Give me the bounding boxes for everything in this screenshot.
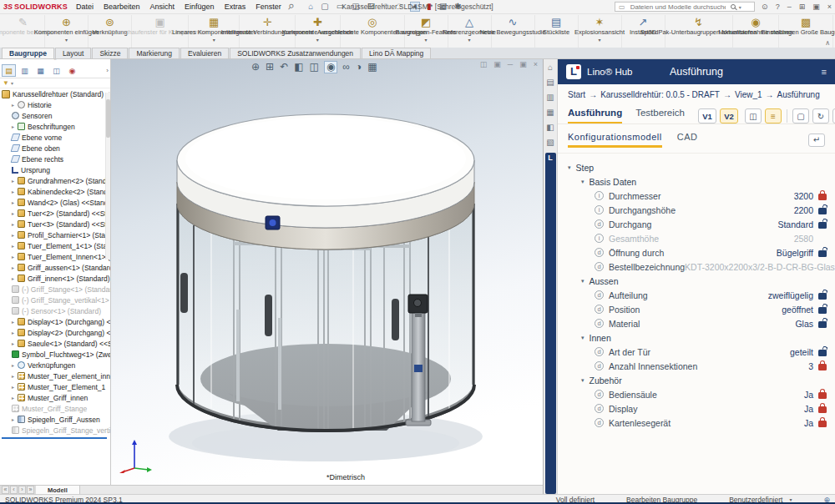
expand-arrow-icon[interactable] bbox=[12, 102, 18, 108]
tree-item[interactable]: Muster_Griff_Stange bbox=[0, 403, 110, 414]
ribbon-button[interactable]: Baugruppen-Features ▾ bbox=[405, 15, 448, 48]
command-tab[interactable]: Markierung bbox=[129, 48, 180, 58]
config-row[interactable]: d Bediensäule Ja bbox=[561, 387, 827, 401]
tree-item[interactable]: Saeule<1> (Standard) <<Standard> bbox=[0, 338, 110, 349]
lino-tab[interactable]: Ausführung bbox=[568, 108, 622, 124]
tree-item[interactable]: Verknüpfungen bbox=[0, 360, 110, 370]
tree-item[interactable]: Historie bbox=[0, 99, 110, 110]
config-row[interactable]: d Bestellbezeichnung KDT-3200x2200x3/2-B… bbox=[561, 260, 827, 274]
menu-item[interactable]: Extras bbox=[225, 3, 246, 11]
tree-scrollbar[interactable] bbox=[105, 93, 110, 260]
quick-access-button[interactable] bbox=[382, 3, 388, 11]
config-row-value[interactable]: 2200 bbox=[794, 205, 813, 215]
search-box[interactable]: ▭ ▾ bbox=[615, 2, 755, 12]
window-button[interactable] bbox=[787, 3, 792, 11]
return-button[interactable] bbox=[808, 134, 825, 147]
tree-item[interactable]: Ebene oben bbox=[0, 143, 110, 154]
config-row[interactable]: d Kartenlesegerät Ja bbox=[561, 416, 827, 430]
hud-button[interactable] bbox=[342, 62, 350, 73]
config-row[interactable]: i Durchgangshöhe 2200 bbox=[561, 203, 827, 217]
tree-filter[interactable]: ▼ ▾ bbox=[0, 78, 110, 88]
tree-item[interactable]: Griff_innen<1> (Standard) <<Standa bbox=[0, 273, 110, 284]
window-button[interactable] bbox=[776, 3, 780, 11]
expand-arrow-icon[interactable] bbox=[12, 199, 18, 205]
model-tab[interactable]: Modell bbox=[36, 486, 80, 494]
expand-arrow-icon[interactable] bbox=[12, 254, 18, 260]
tree-item[interactable]: Ebene vorne bbox=[0, 132, 110, 143]
menu-item[interactable]: Einfügen bbox=[185, 3, 215, 11]
tree-item[interactable]: Grundrahmen<2> (Standard) <<Sta bbox=[0, 175, 110, 186]
command-tab[interactable]: Skizze bbox=[92, 48, 128, 58]
expand-arrow-icon[interactable] bbox=[12, 178, 18, 184]
command-tab[interactable]: Evaluieren bbox=[180, 48, 229, 58]
menu-item[interactable]: Bearbeiten bbox=[104, 3, 140, 11]
config-row[interactable]: Zubehör bbox=[561, 373, 827, 387]
doc-window-button[interactable] bbox=[493, 60, 501, 68]
tree-item[interactable]: Beschriftungen bbox=[0, 121, 110, 132]
lino-subtab[interactable]: Konfigurationsmodell bbox=[568, 132, 662, 148]
config-row-value[interactable]: zweiflügelig bbox=[768, 290, 813, 300]
quick-access-button[interactable] bbox=[439, 3, 447, 11]
tab-nav-button[interactable] bbox=[10, 486, 18, 494]
quick-access-button[interactable] bbox=[454, 3, 461, 11]
config-row[interactable]: d Position geöffnet bbox=[561, 302, 827, 316]
collapse-caret-icon[interactable] bbox=[581, 278, 584, 285]
tree-item[interactable]: Kabinendecke<2> (Standard) <<Sta bbox=[0, 186, 110, 197]
lino-tab[interactable]: Testbereich bbox=[635, 108, 685, 124]
view-mode-button[interactable] bbox=[745, 108, 762, 123]
config-row[interactable]: d Anzahl Innensektionen 3 bbox=[561, 359, 827, 373]
pin-icon[interactable]: ⚲ bbox=[286, 2, 295, 12]
expand-arrow-icon[interactable] bbox=[12, 243, 18, 249]
lino-subtab[interactable]: CAD bbox=[677, 132, 698, 148]
quick-access-button[interactable] bbox=[396, 3, 402, 11]
search-input[interactable] bbox=[629, 3, 727, 12]
config-row[interactable]: d Display Ja bbox=[561, 401, 827, 416]
tree-item[interactable]: Ebene rechts bbox=[0, 154, 110, 164]
config-row-value[interactable]: 2580 bbox=[794, 234, 813, 244]
config-row[interactable]: d Material Glas bbox=[561, 316, 827, 330]
breadcrumb-item[interactable]: Karusselldrehtür: 0.0.5 - DRAFT bbox=[600, 90, 720, 99]
expand-arrow-icon[interactable] bbox=[12, 275, 18, 281]
lino-hub-tab-icon[interactable]: L bbox=[545, 153, 556, 494]
config-row[interactable]: d Aufteilung zweiflügelig bbox=[561, 288, 827, 302]
tree-item[interactable]: Symbol_Fluchtweg<1> (Zweifach_Fl bbox=[0, 349, 110, 360]
expand-arrow-icon[interactable] bbox=[12, 123, 18, 129]
config-row[interactable]: d Durchgang Standard bbox=[561, 217, 827, 231]
tree-item[interactable]: Muster_Griff_innen bbox=[0, 392, 110, 403]
tree-item[interactable]: (-) Griff_Stange_vertikal<1> (Standa bbox=[0, 295, 110, 305]
expand-arrow-icon[interactable] bbox=[12, 384, 18, 390]
task-pane-tab-icon[interactable] bbox=[548, 63, 553, 72]
config-row[interactable]: Innen bbox=[561, 330, 827, 345]
breadcrumb-item[interactable]: Ausführung bbox=[777, 90, 820, 99]
hud-button[interactable] bbox=[367, 62, 377, 73]
ribbon-button[interactable]: Neue Bewegungsstudie bbox=[492, 15, 535, 48]
ribbon-button[interactable]: Explosionsansicht ▾ bbox=[579, 15, 622, 48]
tree-item[interactable]: Muster_Tuer_Element_1 bbox=[0, 381, 110, 392]
ribbon-button[interactable]: Stückliste bbox=[535, 15, 579, 48]
quick-access-button[interactable] bbox=[367, 3, 374, 11]
tree-item[interactable]: (-) Griff_Stange<1> (Standard) bbox=[0, 284, 110, 295]
command-tab[interactable]: Layout bbox=[55, 48, 92, 58]
ribbon-collapse-icon[interactable]: ∧ bbox=[825, 39, 830, 501]
dropdown-caret-icon[interactable]: ▾ bbox=[213, 37, 215, 43]
search-caret-icon[interactable]: ▾ bbox=[739, 4, 741, 10]
tree-item[interactable]: Profil_Scharnier<1> (Standard) <<St bbox=[0, 229, 110, 240]
expand-arrow-icon[interactable] bbox=[12, 319, 18, 325]
expand-arrow-icon[interactable] bbox=[12, 210, 18, 216]
doc-window-button[interactable] bbox=[519, 60, 527, 68]
config-row[interactable]: Basis Daten bbox=[561, 174, 827, 189]
rollback-bar[interactable] bbox=[2, 437, 107, 439]
tree-item[interactable]: Spiegeln_Griff_Aussen bbox=[0, 414, 110, 425]
expand-arrow-icon[interactable] bbox=[12, 373, 18, 379]
window-button[interactable] bbox=[812, 3, 820, 11]
task-pane-tab-icon[interactable] bbox=[546, 123, 554, 132]
window-button[interactable] bbox=[762, 3, 768, 11]
doc-window-button[interactable] bbox=[508, 60, 513, 68]
tab-nav-button[interactable] bbox=[2, 486, 9, 494]
doc-window-button[interactable] bbox=[480, 60, 488, 68]
tab-nav-button[interactable] bbox=[18, 486, 26, 494]
ribbon-button[interactable]: Komponenten einfügen ▾ bbox=[45, 15, 89, 48]
config-row-value[interactable]: KDT-3200x2200x3/2-B-D-CR-BG-Glas bbox=[685, 262, 835, 272]
configurationmanager-tab-icon[interactable] bbox=[33, 64, 48, 77]
tree-item[interactable]: Griff_aussen<1> (Standard) <<Stand bbox=[0, 262, 110, 273]
